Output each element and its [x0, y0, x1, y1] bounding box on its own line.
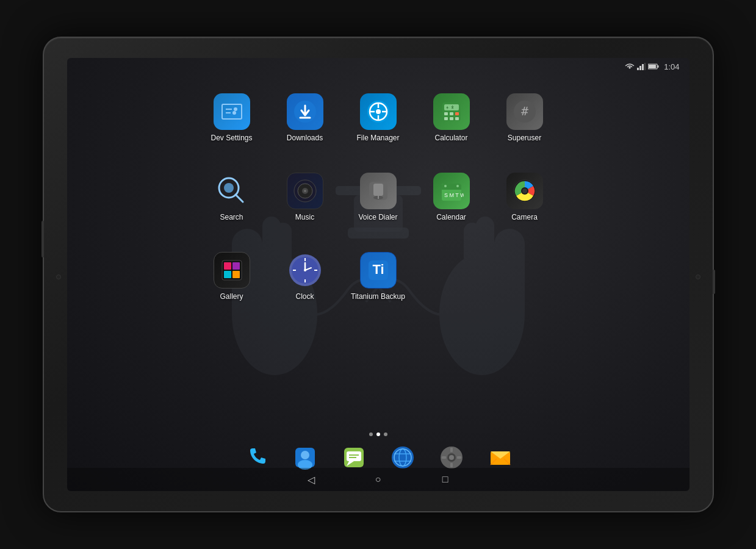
svg-rect-37	[450, 112, 453, 115]
app-camera[interactable]: Camera	[494, 168, 555, 241]
voice-dialer-icon	[360, 173, 397, 209]
svg-rect-13	[642, 64, 644, 70]
svg-rect-67	[224, 271, 231, 278]
svg-rect-66	[232, 262, 240, 270]
svg-rect-17	[649, 65, 656, 68]
downloads-icon	[287, 93, 323, 130]
recents-button[interactable]: □	[436, 470, 455, 489]
file-manager-icon	[360, 93, 397, 130]
svg-point-45	[224, 183, 234, 193]
calendar-icon: S M T W T	[433, 173, 470, 209]
titanium-icon: Ti	[360, 252, 397, 289]
status-icons: 1:04	[625, 62, 679, 71]
superuser-label: Superuser	[508, 134, 541, 142]
home-button[interactable]: ○	[369, 470, 387, 489]
dev-settings-label: Dev Settings	[211, 134, 252, 142]
page-dot-1[interactable]	[369, 432, 373, 436]
app-voice-dialer[interactable]: Voice Dialer	[348, 168, 409, 241]
app-downloads[interactable]: Downloads	[275, 88, 336, 162]
search-label: Search	[220, 213, 243, 221]
svg-rect-68	[232, 271, 240, 278]
power-button[interactable]	[713, 270, 715, 294]
svg-rect-11	[637, 68, 639, 70]
voice-dialer-label: Voice Dialer	[358, 213, 397, 221]
superuser-icon: #	[506, 93, 543, 130]
svg-rect-52	[373, 184, 383, 196]
calendar-label: Calendar	[436, 213, 466, 221]
app-dev-settings[interactable]: Dev Settings	[201, 88, 262, 162]
svg-rect-98	[450, 463, 453, 467]
signal-icon	[637, 63, 646, 70]
page-dot-2[interactable]	[376, 432, 380, 436]
clock-label: Clock	[295, 292, 314, 301]
svg-text:#: #	[520, 104, 528, 118]
wifi-icon	[625, 63, 635, 70]
clock-icon	[287, 252, 323, 289]
status-time: 1:04	[664, 62, 679, 71]
status-bar: 1:04	[67, 58, 689, 75]
tablet-screen: 1:04 Dev Settings	[67, 58, 689, 491]
svg-rect-57	[442, 187, 461, 190]
nav-bar: ◁ ○ □	[67, 468, 689, 491]
svg-rect-14	[644, 63, 646, 70]
volume-button[interactable]	[41, 221, 44, 257]
svg-rect-99	[442, 456, 446, 459]
tablet-device: 1:04 Dev Settings	[43, 37, 714, 512]
svg-point-96	[449, 455, 454, 460]
svg-point-88	[392, 447, 414, 468]
svg-rect-65	[224, 262, 231, 270]
svg-point-77	[304, 269, 306, 271]
svg-rect-36	[444, 112, 448, 115]
gallery-icon	[214, 252, 250, 289]
music-icon	[287, 173, 323, 209]
svg-text:Ti: Ti	[372, 262, 384, 277]
svg-line-46	[236, 195, 243, 202]
titanium-label: Titanium Backup	[351, 292, 405, 301]
svg-rect-39	[444, 117, 448, 120]
downloads-label: Downloads	[287, 134, 323, 142]
svg-rect-16	[658, 65, 659, 68]
svg-rect-12	[639, 66, 641, 70]
app-superuser[interactable]: # Superuser	[494, 88, 555, 162]
svg-point-81	[301, 451, 309, 459]
back-button[interactable]: ◁	[302, 470, 320, 489]
svg-rect-41	[455, 117, 459, 120]
app-search[interactable]: Search	[201, 168, 262, 241]
svg-point-63	[522, 188, 527, 193]
calculator-icon: + × - ÷	[433, 93, 470, 130]
svg-rect-97	[450, 448, 453, 452]
gallery-label: Gallery	[220, 292, 243, 301]
page-dot-3[interactable]	[384, 432, 387, 436]
search-icon	[214, 173, 250, 209]
svg-point-21	[234, 107, 237, 111]
svg-point-50	[304, 190, 306, 192]
svg-text:-  ÷: - ÷	[446, 104, 454, 109]
camera-label: Camera	[511, 213, 538, 221]
camera-right	[696, 274, 700, 279]
calculator-label: Calculator	[434, 134, 467, 142]
app-clock[interactable]: Clock	[275, 247, 336, 320]
svg-rect-100	[457, 456, 461, 459]
app-calculator[interactable]: + × - ÷ Calculator	[421, 88, 482, 162]
svg-point-22	[232, 111, 236, 115]
app-gallery[interactable]: Gallery	[201, 247, 262, 320]
app-calendar[interactable]: S M T W T Calendar	[421, 168, 482, 241]
svg-text:S M T W T: S M T W T	[444, 192, 464, 198]
page-indicator	[369, 432, 387, 436]
svg-rect-18	[222, 104, 242, 119]
app-grid: Dev Settings Downloads	[201, 88, 555, 320]
svg-rect-54	[378, 196, 379, 199]
music-label: Music	[295, 213, 314, 221]
app-file-manager[interactable]: File Manager	[348, 88, 409, 162]
camera-left	[56, 274, 61, 279]
svg-point-60	[456, 185, 459, 187]
camera-icon	[506, 173, 543, 209]
svg-point-27	[376, 109, 381, 114]
svg-point-59	[444, 185, 447, 187]
svg-rect-38	[455, 112, 459, 115]
svg-rect-40	[450, 117, 453, 120]
file-manager-label: File Manager	[356, 134, 399, 142]
svg-rect-84	[347, 451, 361, 461]
app-titanium-backup[interactable]: Ti Titanium Backup	[348, 247, 409, 320]
app-music[interactable]: Music	[275, 168, 336, 241]
